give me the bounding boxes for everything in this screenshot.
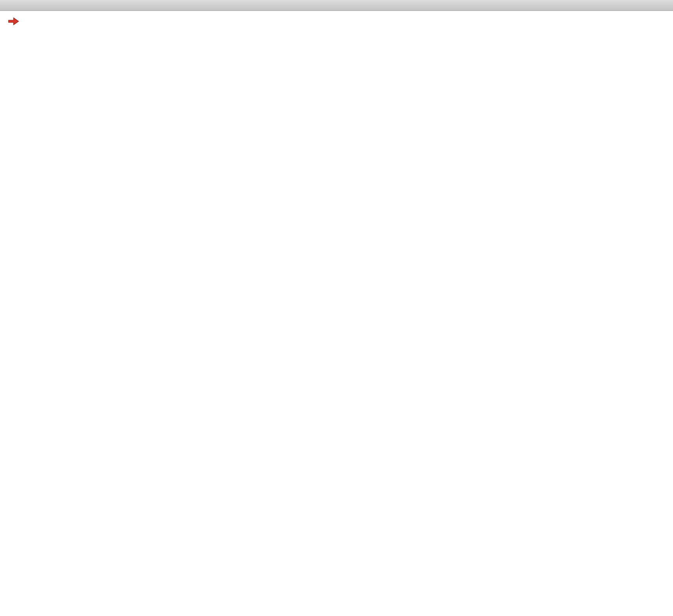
charting-app-window: { "window": { "title": "CHARTS FIB" }, "… [0,0,673,616]
chart-overlay [0,0,673,616]
